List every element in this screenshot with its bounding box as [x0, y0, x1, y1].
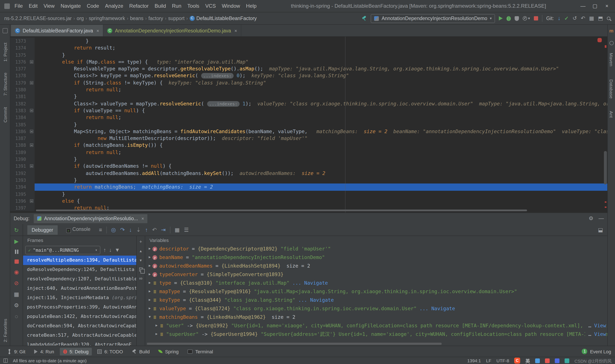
line-separator[interactable]: LF	[486, 358, 491, 363]
restore-layout-icon[interactable]: ▦	[14, 291, 19, 297]
expand-right-icon[interactable]: ▶	[147, 253, 152, 261]
variable-row[interactable]: ▼≣matchingBeans = {LinkedHashMap@1962} s…	[145, 313, 607, 321]
line-number[interactable]: 1375	[10, 52, 29, 58]
expand-right-icon[interactable]: ▶	[154, 330, 159, 338]
ime-icon[interactable]	[555, 358, 560, 363]
menu-navigate[interactable]: Navigate	[58, 0, 84, 12]
build-hammer-icon[interactable]	[362, 16, 367, 21]
view-link[interactable]: … View	[585, 321, 606, 330]
file-encoding[interactable]: UTF-8	[496, 358, 509, 363]
expand-down-icon[interactable]: ▼	[147, 313, 152, 321]
fold-icon[interactable]	[30, 165, 33, 168]
menu-view[interactable]: View	[40, 0, 58, 12]
variable-row[interactable]: ▶≣keyType = {Class@344} "class java.lang…	[145, 296, 607, 304]
line-number[interactable]: 1380	[10, 86, 29, 93]
step-out-icon[interactable]: ↑	[145, 227, 148, 233]
line-number[interactable]: 1385	[10, 121, 29, 128]
settings-icon[interactable]: ⚙	[14, 302, 19, 308]
minimize-icon[interactable]: —	[577, 3, 588, 9]
view-link[interactable]: … View	[585, 330, 606, 338]
line-number[interactable]: 1379	[10, 79, 29, 86]
fold-icon[interactable]	[30, 199, 33, 203]
line-number[interactable]: 1384	[10, 114, 29, 121]
maximize-icon[interactable]: ▢	[589, 3, 601, 9]
line-number[interactable]: 1377	[10, 65, 29, 72]
variable-row[interactable]: ▶pautowiredBeanNames = {LinkedHashSet@18…	[145, 261, 607, 270]
editor-tab[interactable]: CDefaultListableBeanFactory.java×	[11, 25, 103, 36]
breadcrumb-item[interactable]: beans	[129, 15, 144, 21]
line-number[interactable]: 1381	[10, 93, 29, 100]
notifications-icon[interactable]: ⬒	[598, 16, 603, 21]
run-configuration-select[interactable]: AnnotationDependencyInjectionResolutionD…	[371, 14, 495, 23]
ime-icon[interactable]	[565, 358, 569, 363]
scroll-up-icon[interactable]: ▲	[139, 249, 142, 253]
sidebar-item-database[interactable]: Database	[609, 79, 614, 98]
layout-settings-icon[interactable]: ≡	[99, 227, 102, 232]
pin-icon[interactable]: ◌	[15, 314, 18, 319]
line-number[interactable]: 1383	[10, 107, 29, 114]
error-stripe-mark[interactable]	[605, 201, 606, 203]
rerun-icon[interactable]: ↻	[14, 227, 19, 233]
horizontal-scrollbar[interactable]	[147, 343, 441, 345]
code-editor[interactable]: 1373 }1374 return result;1375 }1376 else…	[10, 37, 607, 212]
error-stripe-mark[interactable]	[605, 45, 606, 48]
caret-position[interactable]: 1394:1	[467, 358, 481, 363]
view-options-icon[interactable]: ☰	[184, 227, 189, 232]
breadcrumb-item[interactable]: springframework	[88, 15, 126, 21]
plugin-icon[interactable]	[609, 41, 614, 45]
menu-vcs[interactable]: VCS	[202, 0, 219, 12]
sidebar-item-ant[interactable]: Ant	[609, 111, 614, 118]
toolwindow-build[interactable]: Build	[129, 348, 153, 355]
view-breakpoints-icon[interactable]: ◉	[14, 269, 19, 275]
variable-row[interactable]: ▶≣"user" -> {User@1992} "User{id=1, name…	[145, 321, 607, 330]
run-to-cursor-icon[interactable]: ⇥	[161, 227, 166, 233]
step-into-icon[interactable]: ↓	[129, 227, 132, 233]
maven-icon[interactable]: m	[609, 28, 614, 33]
sidebar-item-project[interactable]: 1: Project	[2, 43, 7, 62]
line-number[interactable]: 1378	[10, 72, 29, 79]
menu-window[interactable]: Window	[219, 0, 243, 12]
variable-row[interactable]: ▶ptypeConverter = {SimpleTypeConverter@1…	[145, 270, 607, 279]
diff-icon[interactable]: ▦	[589, 16, 594, 21]
profiler-button[interactable]: ▾	[523, 16, 530, 21]
line-number[interactable]: 1390	[10, 156, 29, 163]
fold-icon[interactable]	[30, 143, 33, 147]
breadcrumb-item[interactable]: org	[76, 15, 85, 21]
sidebar-item-favorites[interactable]: 2: Favorites	[2, 319, 7, 342]
drop-frame-icon[interactable]: ↶	[152, 227, 157, 233]
hide-icon[interactable]: —	[599, 216, 604, 221]
force-step-into-icon[interactable]: ⇣	[136, 227, 141, 233]
menu-analyze[interactable]: Analyze	[102, 0, 126, 12]
ime-icon[interactable]	[535, 358, 540, 363]
show-execution-point-icon[interactable]: ◎	[111, 227, 116, 233]
close-tab-icon[interactable]: ×	[234, 28, 237, 33]
fold-icon[interactable]	[30, 130, 33, 133]
close-icon[interactable]: ×	[601, 3, 613, 9]
breadcrumb-item[interactable]: support	[167, 15, 185, 21]
stack-frame[interactable]: doCreateBean:594, AbstractAutowireCapab	[23, 321, 136, 331]
sidebar-item-commit[interactable]: Commit	[2, 107, 7, 122]
search-icon[interactable]	[607, 17, 610, 20]
filter-frames-icon[interactable]: ▼	[115, 247, 120, 253]
menu-run[interactable]: Run	[169, 0, 184, 12]
git-commit-icon[interactable]: ✓	[564, 15, 569, 21]
pause-icon[interactable]	[15, 250, 18, 254]
toolwindow-spring[interactable]: Spring	[155, 348, 182, 355]
event-log-button[interactable]: 1 Event Log	[582, 349, 611, 354]
stack-frame[interactable]: populateBean:1422, AbstractAutowireCapa	[23, 312, 136, 321]
expand-right-icon[interactable]: ▶	[147, 261, 152, 270]
menu-build[interactable]: Build	[152, 0, 169, 12]
toolwindow-git[interactable]: 9: Git	[4, 348, 29, 355]
ime-icon[interactable]	[545, 358, 550, 363]
coverage-button[interactable]	[515, 16, 519, 21]
line-number[interactable]: 1373	[10, 38, 29, 45]
debug-button[interactable]	[507, 16, 511, 21]
copy-icon[interactable]	[139, 268, 142, 271]
error-stripe-mark[interactable]	[605, 207, 606, 208]
gear-icon[interactable]: ⚙	[589, 216, 593, 221]
stack-frame[interactable]: createBean:517, AbstractAutowireCapable	[23, 331, 136, 340]
fold-icon[interactable]	[30, 109, 33, 112]
toolwindow-terminal[interactable]: Terminal	[184, 348, 216, 355]
stack-frame[interactable]: resolveDependency:1207, DefaultListableB	[23, 274, 136, 284]
git-update-icon[interactable]: ↓	[558, 16, 561, 21]
